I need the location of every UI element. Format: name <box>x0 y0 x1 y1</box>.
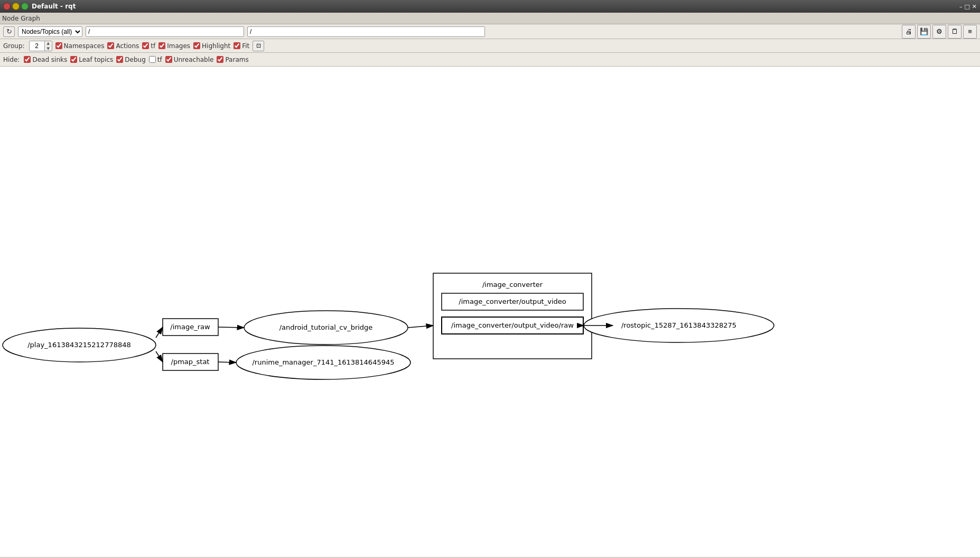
edge-play-imageraw <box>156 327 163 338</box>
title-bar: Default - rqt – □ ✕ <box>0 0 980 13</box>
leaf-topics-checkbox-label[interactable]: Leaf topics <box>70 56 113 63</box>
tf-label: tf <box>151 42 155 50</box>
edge-imageraw-android <box>218 327 244 328</box>
edge-android-outputraw <box>408 326 433 328</box>
spin-down-button[interactable]: ▼ <box>45 46 52 51</box>
namespaces-checkbox[interactable] <box>55 42 62 49</box>
save-button[interactable]: 💾 <box>917 25 931 39</box>
dead-sinks-checkbox-label[interactable]: Dead sinks <box>24 56 67 63</box>
tf-hide-label: tf <box>157 56 162 63</box>
close-button[interactable] <box>3 3 11 10</box>
actions-label: Actions <box>116 42 139 50</box>
unreachable-checkbox[interactable] <box>165 56 172 63</box>
right-icons: 🖨 💾 ⚙ 🗒 ≡ <box>902 25 977 39</box>
image-converter-cluster-label: /image_converter <box>482 281 543 289</box>
namespaces-checkbox-label[interactable]: Namespaces <box>55 42 105 50</box>
output-video-label: /image_converter/output_video <box>459 297 566 305</box>
spin-up-button[interactable]: ▲ <box>45 41 52 46</box>
images-label: Images <box>167 42 190 50</box>
tf-hide-checkbox[interactable] <box>149 56 156 63</box>
rostopic-node-label: /rostopic_15287_1613843328275 <box>621 321 736 329</box>
close-icon[interactable]: ✕ <box>972 3 977 10</box>
tf-checkbox[interactable] <box>142 42 149 49</box>
graph-area[interactable]: /play_1613843215212778848 /image_raw /pm… <box>0 67 980 557</box>
group-spinner[interactable]: ▲ ▼ <box>29 41 52 51</box>
images-checkbox-label[interactable]: Images <box>158 42 190 50</box>
highlight-checkbox[interactable] <box>193 42 200 49</box>
dead-sinks-label: Dead sinks <box>32 56 67 63</box>
debug-checkbox[interactable] <box>116 56 123 63</box>
images-checkbox[interactable] <box>158 42 165 49</box>
tf-checkbox-label[interactable]: tf <box>142 42 155 50</box>
toolbar-group-row: Group: ▲ ▼ Namespaces Actions tf Images … <box>0 39 980 53</box>
params-checkbox[interactable] <box>217 56 223 63</box>
unreachable-label: Unreachable <box>174 56 214 63</box>
actions-checkbox[interactable] <box>107 42 114 49</box>
hide-label: Hide: <box>3 56 20 63</box>
title-bar-left: Default - rqt <box>3 3 76 10</box>
fit-icon-button[interactable]: ⊡ <box>253 41 264 51</box>
minimize-icon[interactable]: – <box>959 3 963 10</box>
params-checkbox-label[interactable]: Params <box>217 56 248 63</box>
filter-input-2[interactable] <box>247 26 485 37</box>
highlight-label: Highlight <box>202 42 230 50</box>
toolbar-hide-row: Hide: Dead sinks Leaf topics Debug tf Un… <box>0 53 980 67</box>
notes-button[interactable]: 🗒 <box>948 25 962 39</box>
params-label: Params <box>225 56 248 63</box>
highlight-checkbox-label[interactable]: Highlight <box>193 42 230 50</box>
title-bar-right: – □ ✕ <box>959 3 977 10</box>
menu-button[interactable]: ≡ <box>963 25 977 39</box>
runime-node-label: /runime_manager_7141_1613814645945 <box>252 358 394 366</box>
group-label: Group: <box>3 42 25 50</box>
menu-bar: Node Graph <box>0 13 980 24</box>
toolbar-top: ↻ Nodes/Topics (all) Nodes only Topics o… <box>0 24 980 39</box>
main-content: ↻ Nodes/Topics (all) Nodes only Topics o… <box>0 24 980 557</box>
settings-button[interactable]: ⚙ <box>932 25 946 39</box>
unreachable-checkbox-label[interactable]: Unreachable <box>165 56 214 63</box>
debug-checkbox-label[interactable]: Debug <box>116 56 145 63</box>
tf-hide-checkbox-label[interactable]: tf <box>149 56 162 63</box>
spin-arrows: ▲ ▼ <box>44 41 52 51</box>
fit-label: Fit <box>242 42 249 50</box>
fit-checkbox[interactable] <box>234 42 240 49</box>
refresh-button[interactable]: ↻ <box>3 26 15 37</box>
window-title: Default - rqt <box>32 3 76 10</box>
android-node-label: /android_tutorial_cv_bridge <box>279 323 373 331</box>
play-node-label: /play_1613843215212778848 <box>27 341 131 349</box>
image-raw-label: /image_raw <box>170 323 210 331</box>
filter-input-1[interactable] <box>86 26 244 37</box>
print-button[interactable]: 🖨 <box>902 25 916 39</box>
output-video-raw-label: /image_converter/output_video/raw <box>451 321 574 329</box>
fit-checkbox-label[interactable]: Fit <box>234 42 249 50</box>
namespaces-label: Namespaces <box>64 42 105 50</box>
window-controls <box>3 3 29 10</box>
debug-label: Debug <box>125 56 145 63</box>
pmap-stat-label: /pmap_stat <box>171 358 210 366</box>
graph-svg: /play_1613843215212778848 /image_raw /pm… <box>0 67 980 557</box>
actions-checkbox-label[interactable]: Actions <box>107 42 139 50</box>
leaf-topics-label: Leaf topics <box>79 56 113 63</box>
group-value-input[interactable] <box>30 42 44 50</box>
maximize-button[interactable] <box>21 3 29 10</box>
maximize-icon[interactable]: □ <box>964 3 969 10</box>
leaf-topics-checkbox[interactable] <box>70 56 77 63</box>
view-mode-dropdown[interactable]: Nodes/Topics (all) Nodes only Topics onl… <box>18 26 82 37</box>
dead-sinks-checkbox[interactable] <box>24 56 31 63</box>
edge-pmapstat-runime <box>218 362 236 362</box>
edge-play-pmapstat <box>156 351 163 362</box>
node-graph-label: Node Graph <box>2 15 40 22</box>
minimize-button[interactable] <box>12 3 20 10</box>
